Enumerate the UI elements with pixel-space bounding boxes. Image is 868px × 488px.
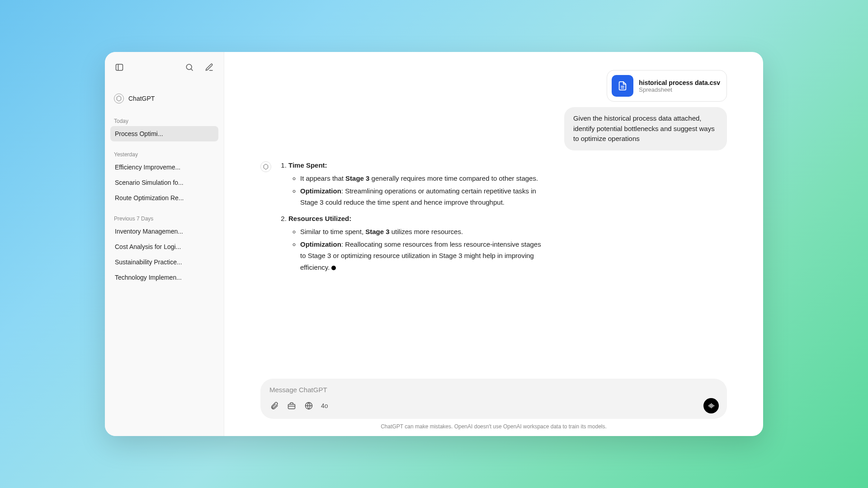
svg-marker-4 [117, 96, 121, 101]
search-icon [185, 63, 194, 72]
user-message-group: historical process data.csv Spreadsheet … [260, 70, 727, 150]
section-heading: Previous 7 Days [110, 212, 218, 224]
toolbox-icon [287, 401, 296, 410]
app-window: ChatGPT TodayProcess Optimi...YesterdayE… [105, 52, 763, 436]
assistant-bullet: Optimization: Streamlining operations or… [300, 185, 542, 208]
waveform-icon [708, 402, 715, 409]
assistant-bullet: Similar to time spent, Stage 3 utilizes … [300, 226, 542, 238]
svg-rect-8 [288, 404, 295, 409]
conversation-item[interactable]: Efficiency Improveme... [110, 160, 218, 175]
assistant-bullet: It appears that Stage 3 generally requir… [300, 173, 542, 184]
conversation-list: TodayProcess Optimi...YesterdayEfficienc… [110, 108, 218, 285]
voice-button[interactable] [703, 398, 719, 413]
globe-icon [304, 401, 313, 410]
user-message-bubble: Given the historical process data attach… [564, 107, 727, 150]
svg-marker-7 [264, 164, 268, 169]
assistant-content: Time Spent:It appears that Stage 3 gener… [279, 160, 542, 278]
brand-label: ChatGPT [128, 95, 155, 102]
paperclip-icon [270, 401, 279, 410]
composer-wrap: 4o [224, 379, 763, 423]
file-attachment[interactable]: historical process data.csv Spreadsheet [607, 70, 727, 102]
conversation-item[interactable]: Process Optimi... [110, 126, 218, 141]
assistant-avatar-icon [260, 161, 271, 172]
search-button[interactable] [182, 60, 197, 75]
sidebar: ChatGPT TodayProcess Optimi...YesterdayE… [105, 52, 224, 436]
main-area: historical process data.csv Spreadsheet … [224, 52, 763, 436]
sidebar-toggle-icon [115, 63, 124, 72]
typing-cursor-icon [331, 266, 336, 270]
section-heading: Yesterday [110, 148, 218, 160]
composer: 4o [260, 379, 727, 419]
assistant-bullet: Optimization: Reallocating some resource… [300, 239, 542, 273]
assistant-list-item: Time Spent:It appears that Stage 3 gener… [288, 160, 542, 208]
tools-button[interactable] [287, 401, 297, 411]
new-chat-button[interactable] [202, 60, 217, 75]
file-meta: historical process data.csv Spreadsheet [639, 79, 720, 93]
file-icon [612, 75, 633, 97]
conversation-item[interactable]: Cost Analysis for Logi... [110, 239, 218, 254]
sidebar-top [110, 58, 218, 76]
conversation-item[interactable]: Technology Implemen... [110, 270, 218, 285]
section-heading: Today [110, 114, 218, 126]
svg-line-3 [191, 69, 193, 70]
assistant-list-item: Resources Utilized:Similar to time spent… [288, 213, 542, 273]
toggle-sidebar-button[interactable] [112, 60, 127, 75]
composer-toolbar: 4o [269, 398, 719, 413]
footer-note: ChatGPT can make mistakes. OpenAI doesn'… [224, 423, 763, 436]
chat-area[interactable]: historical process data.csv Spreadsheet … [224, 52, 763, 379]
assistant-message: Time Spent:It appears that Stage 3 gener… [260, 160, 727, 278]
conversation-item[interactable]: Route Optimization Re... [110, 190, 218, 206]
file-name: historical process data.csv [639, 79, 720, 86]
openai-logo-icon [114, 94, 124, 103]
message-input[interactable] [269, 386, 719, 394]
compose-icon [205, 63, 214, 72]
svg-point-2 [186, 64, 192, 70]
conversation-item[interactable]: Inventory Managemen... [110, 224, 218, 239]
file-type: Spreadsheet [639, 86, 720, 93]
svg-rect-0 [116, 64, 123, 70]
attach-button[interactable] [269, 401, 279, 411]
conversation-item[interactable]: Sustainability Practice... [110, 254, 218, 270]
model-selector[interactable]: 4o [321, 402, 328, 409]
conversation-item[interactable]: Scenario Simulation fo... [110, 175, 218, 190]
web-button[interactable] [304, 401, 314, 411]
brand-row[interactable]: ChatGPT [110, 89, 218, 108]
